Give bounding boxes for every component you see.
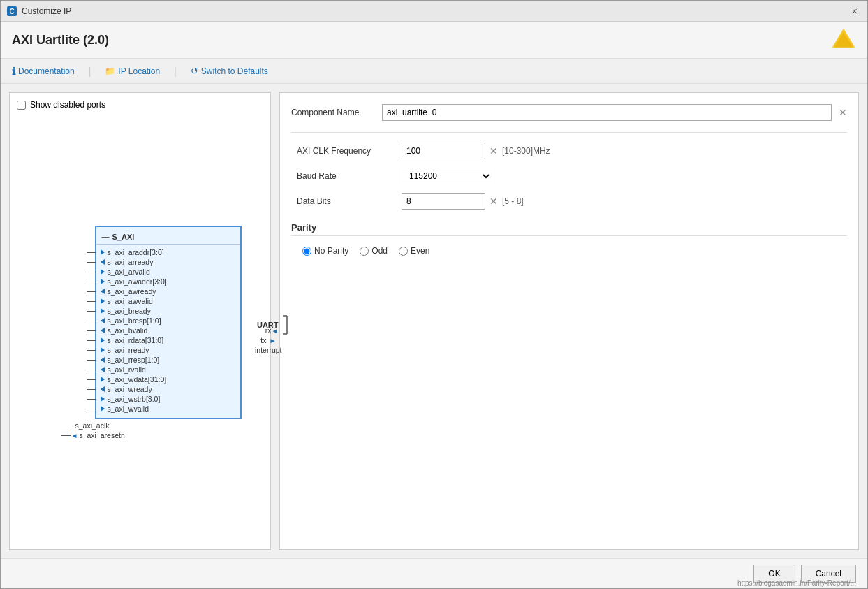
refresh-icon: ↺ [191, 66, 198, 76]
divider-1 [291, 132, 847, 133]
port-row: s_axi_araddr[3:0] [96, 247, 240, 257]
port-stub [87, 379, 96, 380]
port-label: s_axi_bready [108, 307, 151, 315]
port-row: s_axi_awaddr[3:0] [96, 277, 240, 286]
parity-even-radio[interactable] [399, 247, 408, 256]
axi-clk-input[interactable] [402, 143, 485, 159]
port-label: s_axi_rdata[31:0] [108, 336, 164, 344]
port-stub [61, 435, 71, 436]
app-title: AXI Uartlite (2.0) [12, 33, 109, 48]
arrow-icon [101, 269, 105, 275]
separator-2: | [174, 66, 177, 77]
port-stub [87, 389, 96, 390]
axi-clk-label: AXI CLK Frequency [291, 138, 396, 163]
documentation-button[interactable]: ℹ Documentation [9, 64, 78, 78]
baud-rate-label: Baud Rate [291, 163, 396, 189]
port-stub [87, 262, 96, 263]
axi-clk-row: AXI CLK Frequency ✕ [10-300]MHz [291, 138, 847, 163]
port-stub [87, 350, 96, 351]
port-row: s_axi_rready interrupt [96, 345, 240, 355]
config-table: AXI CLK Frequency ✕ [10-300]MHz Baud Rat… [291, 138, 847, 214]
port-row: s_axi_bresp[1:0] UART [96, 316, 240, 326]
arrow-icon [101, 259, 105, 265]
arrow-icon [101, 279, 105, 284]
port-stub [87, 272, 96, 272]
port-stub [87, 370, 96, 370]
arrow-icon [101, 298, 105, 304]
uart-bracket-icon [281, 314, 293, 335]
parity-section-title: Parity [291, 222, 847, 236]
port-label: s_axi_aresetn [78, 431, 124, 439]
component-name-input[interactable] [382, 104, 832, 121]
app-icon: C [6, 6, 17, 17]
port-row: s_axi_awready [96, 286, 240, 296]
interrupt-label: interrupt [255, 346, 282, 354]
parity-odd-radio[interactable] [360, 247, 369, 256]
data-bits-clear-icon[interactable]: ✕ [490, 196, 498, 207]
data-bits-input[interactable] [402, 193, 485, 210]
baud-rate-value-group: 9600 19200 38400 57600 115200 230400 460… [402, 168, 841, 184]
component-name-row: Component Name ✕ [291, 104, 847, 121]
data-bits-cell: ✕ [5 - 8] [396, 189, 847, 214]
s-axi-box: — S_AXI s_axi_araddr[3:0] [95, 226, 242, 419]
baud-rate-select[interactable]: 9600 19200 38400 57600 115200 230400 460… [402, 168, 492, 184]
tx-arrow-icon: ► [270, 337, 277, 344]
port-label: s_axi_araddr[3:0] [108, 248, 164, 256]
port-label: s_axi_bresp[1:0] [108, 317, 161, 325]
title-bar-left: C Customize IP [6, 6, 71, 17]
arrow-icon [101, 377, 105, 382]
xilinx-logo [831, 27, 856, 52]
footer-url: https://blogasadmin.in/Parity-Report/... [737, 579, 856, 587]
folder-icon: 📁 [105, 66, 115, 76]
arrow-icon [101, 357, 105, 363]
axi-clk-cell: ✕ [10-300]MHz [396, 138, 847, 163]
baud-rate-row: Baud Rate 9600 19200 38400 57600 115200 … [291, 163, 847, 189]
port-label: s_axi_wready [108, 385, 152, 393]
header-section: AXI Uartlite (2.0) [1, 22, 867, 59]
port-row: s_axi_awvalid [96, 296, 240, 306]
parity-no-parity-radio[interactable] [302, 247, 311, 256]
port-stub [87, 291, 96, 292]
port-label: s_axi_awaddr[3:0] [108, 277, 167, 286]
port-stub [87, 409, 96, 409]
port-label: s_axi_arvalid [108, 268, 150, 276]
parity-no-parity-option[interactable]: No Parity [302, 246, 348, 256]
port-label: s_axi_awready [108, 287, 156, 296]
port-stub [87, 252, 96, 253]
port-stub [87, 321, 96, 321]
port-stub [87, 330, 96, 331]
axi-clk-clear-icon[interactable]: ✕ [490, 145, 498, 157]
port-label: s_axi_rresp[1:0] [108, 356, 160, 364]
switch-defaults-button[interactable]: ↺ Switch to Defaults [188, 64, 271, 78]
arrow-icon [101, 406, 105, 412]
port-label: s_axi_aclk [75, 421, 110, 430]
bottom-port-aclk: s_axi_aclk [71, 421, 242, 430]
parity-even-option[interactable]: Even [399, 246, 429, 256]
parity-odd-option[interactable]: Odd [360, 246, 388, 256]
main-window: C Customize IP × AXI Uartlite (2.0) ℹ Do… [0, 0, 868, 589]
port-label: s_axi_awvalid [108, 297, 153, 305]
data-bits-row: Data Bits ✕ [5 - 8] [291, 189, 847, 214]
port-label: s_axi_wstrb[3:0] [108, 395, 161, 403]
separator-1: | [89, 66, 91, 77]
clear-component-name-icon[interactable]: ✕ [839, 107, 847, 118]
port-row: s_axi_wready [96, 384, 240, 394]
show-disabled-checkbox[interactable] [17, 101, 26, 110]
port-row: s_axi_rvalid [96, 365, 240, 375]
arrow-icon [101, 318, 105, 323]
arrow-icon [101, 396, 105, 402]
close-button[interactable]: × [848, 4, 862, 18]
parity-even-label: Even [411, 246, 429, 256]
port-row: s_axi_bready [96, 306, 240, 316]
rx-arrow-icon: ◄ [272, 327, 279, 335]
ip-location-button[interactable]: 📁 IP Location [102, 65, 163, 78]
port-stub [87, 399, 96, 400]
parity-no-parity-label: No Parity [314, 246, 348, 256]
data-bits-hint: [5 - 8] [502, 196, 524, 206]
arrow-icon [101, 289, 105, 294]
port-row: s_axi_wstrb[3:0] [96, 394, 240, 404]
axi-clk-hint: [10-300]MHz [502, 146, 550, 156]
parity-row: No Parity Odd Even [291, 242, 847, 260]
title-bar: C Customize IP × [1, 1, 867, 22]
port-row: s_axi_rresp[1:0] [96, 355, 240, 365]
